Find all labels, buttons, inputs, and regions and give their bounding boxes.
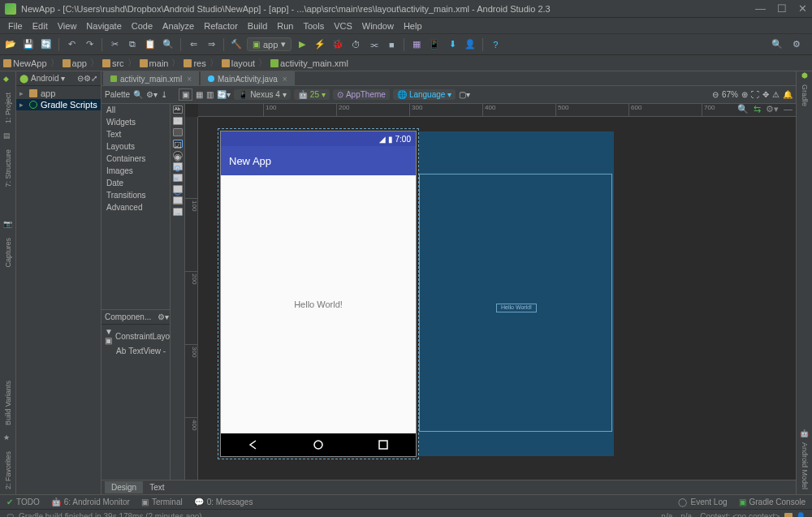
- canvas-surface[interactable]: ◢ ▮ 7:00 New App Hello World!: [198, 117, 796, 480]
- menu-view[interactable]: View: [53, 19, 82, 32]
- close-icon[interactable]: ×: [187, 75, 192, 84]
- menu-run[interactable]: Run: [272, 19, 298, 32]
- status-quickview-icon[interactable]: ▢: [6, 512, 14, 517]
- tree-node-gradle[interactable]: ▸Gradle Scripts: [16, 99, 101, 110]
- widget-icon[interactable]: OK: [173, 117, 183, 125]
- gradle-console-tab[interactable]: ▣Gradle Console: [739, 498, 806, 506]
- palette-cat-images[interactable]: Images: [102, 165, 170, 177]
- crumb-file[interactable]: activity_main.xml: [270, 58, 348, 68]
- crumb-src[interactable]: src: [102, 58, 124, 68]
- gradle-tool-icon[interactable]: ⬢: [801, 71, 808, 80]
- save-icon[interactable]: 💾: [21, 37, 36, 52]
- widget-icon[interactable]: →: [173, 208, 183, 216]
- help-icon[interactable]: ?: [488, 37, 503, 52]
- menu-vcs[interactable]: VCS: [329, 19, 357, 32]
- run-config-select[interactable]: app ▾: [247, 37, 292, 51]
- filetab-activity-main[interactable]: activity_main.xml×: [103, 71, 199, 85]
- crumb-layout[interactable]: layout: [222, 58, 255, 68]
- run-icon[interactable]: ▶: [295, 37, 309, 52]
- favorites-tool-icon[interactable]: ★: [3, 433, 13, 443]
- crumb-main[interactable]: main: [140, 58, 169, 68]
- structure-tool-icon[interactable]: ▤: [3, 131, 13, 141]
- captures-tool-icon[interactable]: 📷: [3, 220, 13, 230]
- undo-icon[interactable]: ↶: [64, 37, 79, 52]
- close-button[interactable]: ✕: [798, 2, 807, 15]
- menu-window[interactable]: Window: [357, 19, 399, 32]
- widget-icon[interactable]: —: [173, 196, 183, 205]
- menu-edit[interactable]: Edit: [28, 19, 53, 32]
- palette-cat-widgets[interactable]: Widgets: [102, 116, 170, 128]
- project-tool-tab[interactable]: 1: Project: [2, 88, 14, 128]
- lock-icon[interactable]: [784, 513, 793, 518]
- blueprint-frame[interactable]: [419, 174, 612, 432]
- props-view-icon[interactable]: ⇆: [754, 104, 761, 114]
- palette-cat-text[interactable]: Text: [102, 128, 170, 140]
- theme-select[interactable]: ⊙AppTheme: [333, 89, 390, 100]
- profile-icon[interactable]: ⏱: [348, 37, 363, 52]
- sdk-icon[interactable]: ⬇: [445, 37, 460, 52]
- widget-icon[interactable]: ☑: [173, 140, 183, 148]
- project-structure-icon[interactable]: 👤: [463, 37, 477, 52]
- menu-analyze[interactable]: Analyze: [158, 19, 199, 32]
- palette-download-icon[interactable]: ⤓: [161, 90, 167, 99]
- ide-settings-icon[interactable]: ⚙: [789, 37, 804, 52]
- maximize-button[interactable]: ☐: [777, 2, 787, 15]
- project-collapse-icon[interactable]: ⊖: [77, 74, 84, 83]
- design-canvas[interactable]: 100 200 300 400 500 600 700 100 200 300 …: [185, 104, 796, 480]
- crumb-res[interactable]: res: [184, 58, 205, 68]
- menu-tools[interactable]: Tools: [298, 19, 329, 32]
- variant-select[interactable]: ▢▾: [459, 90, 470, 99]
- preview-content[interactable]: Hello World!: [221, 175, 416, 433]
- tree-textview[interactable]: Ab TextView -: [103, 346, 168, 356]
- view-mode-blueprint-icon[interactable]: ▦: [196, 90, 203, 99]
- avd-icon[interactable]: 📱: [427, 37, 442, 52]
- messages-tab[interactable]: 💬0: Messages: [194, 498, 253, 506]
- project-tool-icon[interactable]: ◆: [3, 75, 13, 84]
- preview-hello-text[interactable]: Hello World!: [294, 299, 343, 309]
- todo-tab[interactable]: ✔TODO: [6, 498, 40, 506]
- tree-node-app[interactable]: ▸app: [16, 88, 101, 99]
- attach-icon[interactable]: ⫘: [366, 37, 381, 52]
- minimize-button[interactable]: —: [755, 2, 766, 15]
- cut-icon[interactable]: ✂: [107, 37, 122, 52]
- android-model-icon[interactable]: 🤖: [800, 429, 809, 437]
- terminal-tab[interactable]: ▣Terminal: [141, 498, 183, 506]
- paste-icon[interactable]: 📋: [143, 37, 158, 52]
- debug-icon[interactable]: 🐞: [330, 37, 345, 52]
- structure-tool-tab[interactable]: 7: Structure: [2, 144, 14, 192]
- component-tree-gear-icon[interactable]: ⚙▾: [158, 312, 169, 321]
- make-icon[interactable]: 🔨: [229, 37, 244, 52]
- palette-cat-advanced[interactable]: Advanced: [102, 201, 170, 213]
- view-mode-both-icon[interactable]: ▥: [206, 90, 214, 99]
- find-icon[interactable]: 🔍: [161, 37, 175, 52]
- project-settings-icon[interactable]: ⚙: [84, 74, 91, 83]
- open-icon[interactable]: 📂: [3, 37, 18, 52]
- props-hide-icon[interactable]: —: [784, 104, 793, 114]
- copy-icon[interactable]: ⧉: [125, 37, 140, 52]
- apply-changes-icon[interactable]: ⚡: [313, 37, 327, 52]
- widget-icon[interactable]: Ab: [173, 106, 183, 114]
- close-icon[interactable]: ×: [283, 75, 287, 84]
- project-hide-icon[interactable]: ⤢: [91, 74, 97, 83]
- zoom-in-icon[interactable]: ⊕: [741, 90, 748, 99]
- palette-cat-date[interactable]: Date: [102, 177, 170, 189]
- widget-icon[interactable]: ◉: [173, 151, 183, 159]
- pan-icon[interactable]: ✥: [762, 90, 769, 99]
- crumb-app[interactable]: app: [63, 58, 87, 68]
- menu-help[interactable]: Help: [399, 19, 427, 32]
- view-mode-design-icon[interactable]: ▣: [179, 88, 192, 101]
- palette-cat-layouts[interactable]: Layouts: [102, 140, 170, 153]
- language-select[interactable]: 🌐Language▾: [393, 89, 456, 100]
- stop-icon[interactable]: ■: [384, 37, 399, 52]
- device-select[interactable]: 📱Nexus 4▾: [234, 89, 291, 100]
- status-gear-icon[interactable]: 👤: [796, 512, 806, 517]
- status-context[interactable]: Context: <no context>: [700, 512, 780, 517]
- menu-navigate[interactable]: Navigate: [81, 19, 126, 32]
- widget-icon[interactable]: ◡: [173, 185, 183, 193]
- captures-tool-tab[interactable]: Captures: [2, 233, 14, 273]
- crumb-project[interactable]: NewApp: [3, 58, 47, 68]
- widget-icon[interactable]: [173, 128, 183, 136]
- event-log-tab[interactable]: ◯Event Log: [678, 498, 727, 506]
- search-everywhere-icon[interactable]: 🔍: [770, 37, 784, 52]
- menu-code[interactable]: Code: [127, 19, 158, 32]
